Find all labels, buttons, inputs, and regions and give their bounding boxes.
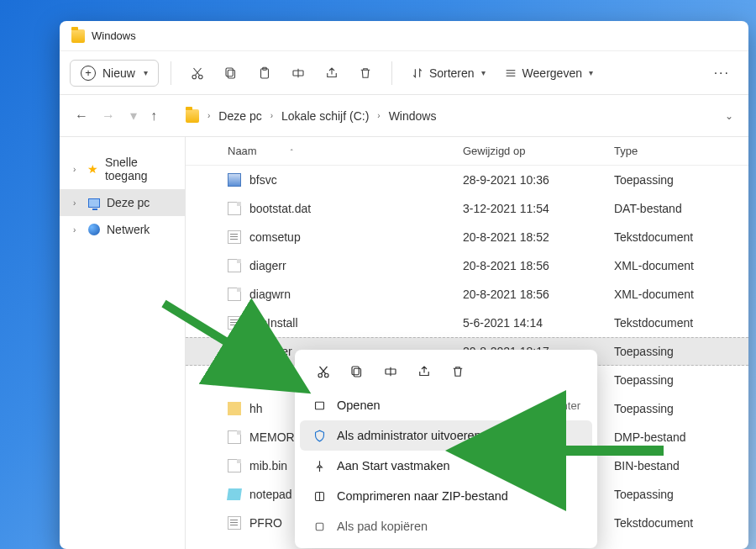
delete-button[interactable] — [351, 59, 380, 87]
ctx-compress-zip[interactable]: Comprimeren naar ZIP-bestand — [300, 481, 592, 511]
help-icon: ? — [228, 373, 241, 387]
file-name: HelpPane — [249, 373, 302, 387]
toolbar: + Nieuw ▾ Sorteren ▾ Weergeven ▾ ··· — [60, 51, 748, 95]
svg-point-1 — [198, 75, 202, 79]
file-type: Tekstdocument — [614, 230, 748, 244]
sidebar-item-label: Netwerk — [107, 223, 150, 236]
file-type: Toepassing — [614, 345, 748, 358]
column-headers[interactable]: Naamˆ Gewijzigd op Type — [186, 137, 748, 166]
file-type: Toepassing — [614, 173, 748, 187]
file-type: Toepassing — [614, 488, 748, 501]
file-row[interactable]: comsetup20-8-2021 18:52Tekstdocument — [186, 223, 748, 251]
file-row[interactable]: bootstat.dat3-12-2021 11:54DAT-bestand — [186, 194, 748, 223]
chevron-right-icon: › — [377, 111, 380, 120]
file-row[interactable]: DtcInstall5-6-2021 14:14Tekstdocument — [186, 309, 748, 337]
svg-point-0 — [192, 75, 197, 79]
file-row[interactable]: diagwrn20-8-2021 18:56XML-document — [186, 280, 748, 309]
file-icon — [228, 202, 241, 215]
file-date: 20-8-2021 18:56 — [463, 259, 614, 272]
file-type: Tekstdocument — [614, 516, 748, 530]
view-label: Weergeven — [522, 66, 582, 80]
up-button[interactable]: ↑ — [150, 108, 157, 124]
file-name: diagerr — [249, 259, 286, 272]
ctx-pin-label: Aan Start vastmaken — [337, 459, 450, 472]
file-date: 20-8-2021 18:56 — [463, 288, 614, 301]
more-button[interactable]: ··· — [706, 66, 738, 81]
file-name: PFRO — [249, 516, 282, 530]
svg-rect-9 — [354, 368, 360, 377]
separator — [391, 61, 392, 85]
view-button[interactable]: Weergeven ▾ — [497, 61, 600, 85]
window-title: Windows — [92, 29, 136, 42]
ctx-admin-label: Als administrator uitvoeren — [337, 429, 481, 442]
delete-button[interactable] — [446, 360, 470, 383]
ctx-open-label: Openen — [337, 399, 381, 412]
ctx-open-hint: Enter — [554, 399, 580, 412]
share-button[interactable] — [412, 360, 436, 383]
col-type[interactable]: Type — [614, 145, 748, 157]
svg-rect-12 — [315, 402, 323, 409]
titlebar[interactable]: Windows — [60, 21, 748, 51]
file-icon — [228, 459, 241, 472]
file-date: 3-12-2021 11:54 — [463, 202, 614, 215]
file-name: mib.bin — [249, 459, 287, 472]
star-icon: ★ — [87, 162, 98, 176]
nav-row: ← → ▾ ↑ › Deze pc › Lokale schijf (C:) ›… — [60, 95, 748, 137]
copy-button[interactable] — [217, 59, 245, 87]
new-label: Nieuw — [102, 66, 135, 80]
notepad-icon — [227, 488, 242, 500]
annotation-arrow-right — [538, 434, 672, 471]
col-name[interactable]: Naam — [228, 145, 257, 157]
sort-button[interactable]: Sorteren ▾ — [404, 61, 492, 85]
breadcrumb-expand[interactable]: ⌄ — [725, 110, 733, 122]
ctx-open[interactable]: Openen Enter — [300, 390, 592, 420]
share-button[interactable] — [318, 59, 346, 87]
breadcrumb[interactable]: › Deze pc › Lokale schijf (C:) › Windows — [186, 109, 436, 123]
new-button[interactable]: + Nieuw ▾ — [70, 60, 159, 87]
file-name: bfsvc — [249, 173, 277, 187]
crumb-0[interactable]: Deze pc — [218, 109, 261, 123]
separator — [171, 61, 171, 85]
cut-button[interactable] — [312, 360, 335, 383]
cut-button[interactable] — [183, 59, 212, 87]
sort-label: Sorteren — [429, 66, 475, 80]
file-name: notepad — [249, 488, 292, 501]
zip-icon — [312, 488, 327, 504]
chevron-right-icon: › — [270, 111, 273, 120]
ctx-zip-label: Comprimeren naar ZIP-bestand — [337, 489, 508, 503]
crumb-2[interactable]: Windows — [389, 109, 437, 123]
ctx-copy-label: Als pad kopiëren — [337, 520, 428, 533]
chevron-right-icon: › — [73, 225, 81, 235]
chevron-right-icon: › — [73, 165, 81, 174]
file-type: XML-document — [614, 288, 748, 301]
crumb-1[interactable]: Lokale schijf (C:) — [281, 109, 369, 123]
file-name: comsetup — [249, 230, 301, 244]
sidebar-item-this-pc[interactable]: › Deze pc — [60, 189, 185, 216]
forward-button[interactable]: → — [102, 108, 115, 124]
sidebar-item-network[interactable]: › Netwerk — [60, 216, 185, 243]
paste-button[interactable] — [250, 59, 279, 87]
chm-icon — [228, 402, 241, 415]
file-row[interactable]: diagerr20-8-2021 18:56XML-document — [186, 251, 748, 280]
copy-button[interactable] — [345, 360, 369, 383]
rename-button[interactable] — [284, 59, 312, 87]
back-button[interactable]: ← — [75, 108, 88, 124]
svg-rect-3 — [226, 68, 233, 77]
sidebar-item-quick-access[interactable]: › ★ Snelle toegang — [60, 149, 185, 189]
chevron-down-icon: ▾ — [589, 68, 593, 77]
file-type: Toepassing — [614, 402, 748, 415]
open-icon — [312, 398, 327, 413]
rename-button[interactable] — [379, 360, 402, 383]
ctx-copy-path[interactable]: Als pad kopiëren — [300, 511, 592, 541]
svg-rect-14 — [316, 523, 323, 531]
monitor-icon — [88, 198, 100, 208]
text-icon — [228, 230, 241, 244]
file-type: Toepassing — [614, 373, 748, 387]
sidebar-item-label: Deze pc — [107, 196, 150, 209]
sort-indicator-icon: ˆ — [291, 148, 293, 156]
file-type: DAT-bestand — [614, 202, 748, 215]
col-modified[interactable]: Gewijzigd op — [463, 145, 614, 157]
copy-path-icon — [312, 519, 327, 534]
file-row[interactable]: bfsvc28-9-2021 10:36Toepassing — [186, 166, 748, 194]
recent-button[interactable]: ▾ — [130, 108, 137, 124]
